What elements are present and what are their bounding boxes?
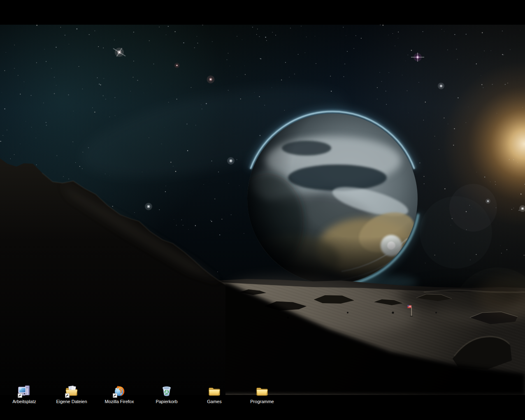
icon-label[interactable]: Arbeitsplatz bbox=[1, 399, 47, 404]
desktop-icon-games[interactable]: Games bbox=[191, 385, 237, 404]
my-computer-icon[interactable] bbox=[18, 385, 31, 398]
shortcut-arrow-icon bbox=[18, 393, 22, 398]
icon-label[interactable]: Papierkorb bbox=[144, 399, 190, 404]
icon-label[interactable]: Programme bbox=[239, 399, 285, 404]
desktop-icon-arbeitsplatz[interactable]: Arbeitsplatz bbox=[1, 385, 47, 404]
folder-icon[interactable] bbox=[208, 385, 221, 398]
shortcut-arrow-icon bbox=[65, 393, 70, 398]
icon-label[interactable]: Mozilla Firefox bbox=[96, 399, 142, 404]
folder-icon[interactable] bbox=[256, 385, 269, 398]
wallpaper-image bbox=[0, 25, 525, 395]
icon-label[interactable]: Games bbox=[191, 399, 237, 404]
desktop-icon-mozilla-firefox[interactable]: Mozilla Firefox bbox=[96, 385, 142, 404]
desktop-icon-eigene-dateien[interactable]: Eigene Dateien bbox=[49, 385, 95, 404]
my-documents-icon[interactable] bbox=[65, 385, 78, 398]
recycle-bin-icon[interactable] bbox=[160, 385, 173, 398]
desktop[interactable]: Arbeitsplatz bbox=[0, 0, 525, 420]
icon-label[interactable]: Eigene Dateien bbox=[49, 399, 95, 404]
desktop-icon-papierkorb[interactable]: Papierkorb bbox=[144, 385, 190, 404]
shortcut-arrow-icon bbox=[113, 393, 117, 398]
firefox-icon[interactable] bbox=[113, 385, 126, 398]
desktop-icon-programme[interactable]: Programme bbox=[239, 385, 285, 404]
